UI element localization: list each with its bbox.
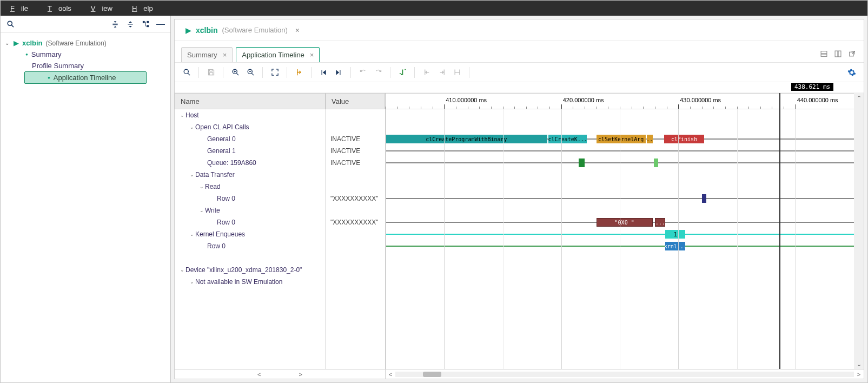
tree-row[interactable]: Queue: 159A860 bbox=[175, 157, 326, 169]
tree-row[interactable]: ⌄Data Transfer bbox=[175, 169, 326, 181]
scroll-right-icon[interactable]: > bbox=[854, 371, 864, 378]
value-header: Value bbox=[326, 93, 385, 109]
layout-icon-2[interactable] bbox=[832, 48, 843, 59]
sidebar-item-application-timeline[interactable]: ● Application Timeline bbox=[24, 71, 147, 84]
tree-row[interactable]: ⌄Device "xilinx_u200_xdma_201830_2-0" bbox=[175, 264, 326, 276]
tab-application-timeline[interactable]: Application Timeline × bbox=[236, 47, 320, 62]
zoom-in-icon[interactable] bbox=[229, 66, 242, 79]
range-icon[interactable] bbox=[450, 66, 463, 79]
snap-left-icon[interactable] bbox=[420, 66, 433, 79]
menu-tools[interactable]: Tools bbox=[41, 4, 84, 12]
goto-cursor-icon[interactable] bbox=[293, 66, 306, 79]
caret-icon: ⌄ bbox=[200, 184, 205, 189]
timeline-scrollbar[interactable]: < > bbox=[386, 369, 864, 379]
caret-icon: ⌄ bbox=[200, 208, 205, 213]
value-cell: "XXXXXXXXXX" bbox=[326, 193, 385, 204]
goto-end-icon[interactable] bbox=[332, 66, 345, 79]
name-header: Name bbox=[175, 93, 326, 109]
svg-rect-2 bbox=[142, 21, 144, 23]
tree-row[interactable]: Row 0 bbox=[175, 240, 326, 252]
value-cell: "XXXXXXXXXX" bbox=[326, 216, 385, 228]
zoom-fit-icon[interactable] bbox=[268, 66, 281, 79]
scroll-down-icon[interactable]: ⌄ bbox=[854, 359, 864, 369]
search-icon[interactable] bbox=[180, 66, 193, 79]
undo-icon[interactable] bbox=[356, 66, 369, 79]
menu-help[interactable]: Help bbox=[125, 4, 166, 12]
tree-row[interactable] bbox=[175, 252, 326, 264]
timeline-bar[interactable]: .. bbox=[647, 135, 653, 143]
tree-row[interactable]: General 1 bbox=[175, 145, 326, 157]
tab-row: Summary × Application Timeline × bbox=[175, 41, 864, 63]
tree-row[interactable]: ⌄Not available in SW Emulation bbox=[175, 276, 326, 288]
value-cell bbox=[326, 264, 385, 276]
minimize-icon[interactable]: — bbox=[155, 19, 166, 30]
value-cell bbox=[326, 252, 385, 264]
menu-view[interactable]: View bbox=[84, 4, 125, 12]
tree-icon[interactable] bbox=[140, 19, 151, 30]
chart-body: Name ⌄Host⌄Open CL API CallsGeneral 0Gen… bbox=[175, 93, 864, 369]
scroll-left-icon[interactable]: < bbox=[386, 371, 395, 378]
svg-rect-5 bbox=[821, 51, 827, 53]
name-scrollbar[interactable]: <> bbox=[175, 369, 386, 379]
timeline-bar[interactable] bbox=[654, 159, 658, 167]
value-cell bbox=[326, 181, 385, 193]
name-column: Name ⌄Host⌄Open CL API CallsGeneral 0Gen… bbox=[175, 93, 326, 369]
tree-row[interactable]: Row 0 bbox=[175, 193, 326, 204]
cursor-line[interactable] bbox=[779, 93, 780, 369]
close-icon[interactable]: × bbox=[310, 51, 314, 59]
scroll-up-icon[interactable]: ⌃ bbox=[854, 93, 864, 103]
sidebar-item-profile-summary[interactable]: Profile Summary bbox=[3, 60, 168, 71]
svg-rect-4 bbox=[147, 25, 149, 27]
tree-row[interactable]: ⌄Read bbox=[175, 181, 326, 193]
main-area: — ⌄ ▶ xclbin (Software Emulation) ● Summ… bbox=[1, 16, 867, 382]
tree-row[interactable]: General 0 bbox=[175, 133, 326, 145]
timeline-bar[interactable] bbox=[702, 194, 706, 203]
vertical-scrollbar[interactable]: ⌃ ⌄ bbox=[854, 93, 864, 369]
svg-line-15 bbox=[236, 73, 238, 75]
search-icon[interactable] bbox=[5, 19, 16, 30]
layout-icon-1[interactable] bbox=[818, 48, 829, 59]
tree-row[interactable]: ⌄Host bbox=[175, 109, 326, 121]
timeline-bar[interactable] bbox=[579, 159, 585, 167]
menu-file[interactable]: File bbox=[4, 4, 41, 12]
redo-icon[interactable] bbox=[372, 66, 385, 79]
timeline-lanes[interactable]: 410.000000 ms420.000000 ms430.000000 ms4… bbox=[386, 93, 854, 369]
tree-row[interactable]: ⌄Kernel Enqueues bbox=[175, 228, 326, 240]
value-column: Value INACTIVEINACTIVEINACTIVE"XXXXXXXXX… bbox=[326, 93, 386, 369]
collapse-all-icon[interactable] bbox=[110, 19, 121, 30]
timeline-bar[interactable]: clSetKernelArg bbox=[597, 135, 646, 143]
zoom-out-icon[interactable] bbox=[244, 66, 257, 79]
tree-row[interactable]: ⌄Write bbox=[175, 204, 326, 216]
svg-point-10 bbox=[184, 69, 188, 74]
timeline-bar[interactable]: 1 bbox=[665, 230, 685, 239]
tree-row[interactable]: ⌄Open CL API Calls bbox=[175, 121, 326, 133]
tab-summary[interactable]: Summary × bbox=[181, 47, 233, 62]
close-icon[interactable]: × bbox=[223, 51, 227, 59]
close-icon[interactable]: × bbox=[295, 26, 300, 35]
sidebar-item-summary[interactable]: ● Summary bbox=[3, 49, 168, 60]
caret-icon: ⌄ bbox=[5, 40, 10, 46]
caret-icon: ⌄ bbox=[190, 279, 195, 285]
sidebar-tree: ⌄ ▶ xclbin (Software Emulation) ● Summar… bbox=[1, 33, 170, 382]
save-icon[interactable] bbox=[204, 66, 217, 79]
gear-icon[interactable] bbox=[845, 66, 858, 79]
goto-start-icon[interactable] bbox=[317, 66, 330, 79]
snap-right-icon[interactable] bbox=[435, 66, 448, 79]
popout-icon[interactable] bbox=[846, 48, 857, 59]
timeline-bar[interactable]: "0X0 " bbox=[597, 218, 653, 227]
value-cell bbox=[326, 204, 385, 216]
timeline-bar[interactable]: krnl... bbox=[665, 242, 685, 250]
tree-row[interactable]: Row 0 bbox=[175, 216, 326, 228]
svg-rect-12 bbox=[209, 70, 212, 71]
timeline-bar[interactable]: clCreateK... bbox=[548, 135, 587, 143]
play-icon: ▶ bbox=[14, 39, 19, 47]
tree-run-root[interactable]: ⌄ ▶ xclbin (Software Emulation) bbox=[3, 37, 168, 49]
scroll-thumb[interactable] bbox=[423, 372, 441, 377]
add-marker-icon[interactable] bbox=[396, 66, 409, 79]
run-mode: (Software Emulation) bbox=[46, 39, 107, 47]
timeline-bar[interactable]: ... bbox=[655, 218, 665, 227]
timeline-bar[interactable]: clCreateProgramWithBinary bbox=[386, 135, 547, 143]
expand-all-icon[interactable] bbox=[125, 19, 136, 30]
timeline-bar[interactable]: clFinish bbox=[664, 135, 704, 143]
value-cell bbox=[326, 169, 385, 181]
